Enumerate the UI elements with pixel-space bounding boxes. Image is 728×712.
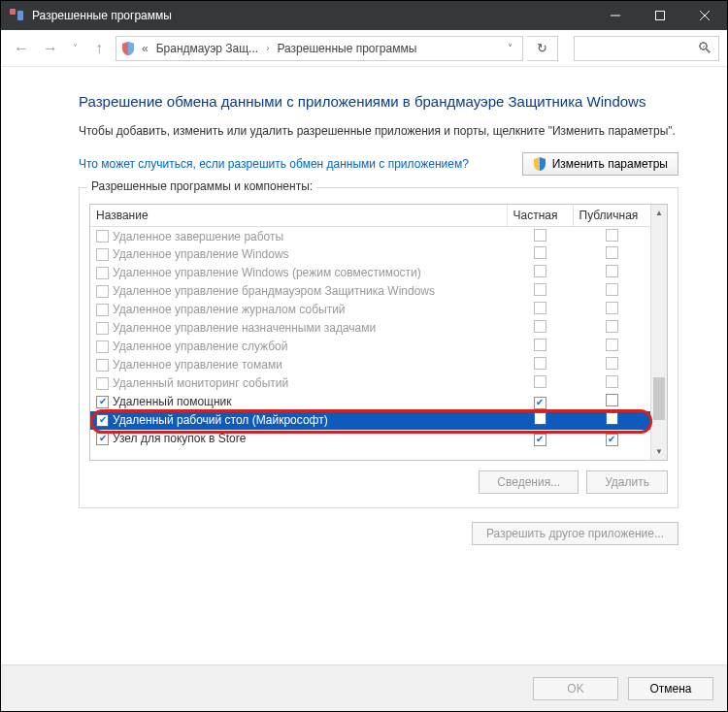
table-row[interactable]: Удаленное управление назначенными задача…: [90, 319, 650, 338]
public-checkbox[interactable]: [606, 265, 618, 277]
table-row[interactable]: Удаленное управление журналом событий: [90, 301, 650, 319]
enable-checkbox[interactable]: [96, 433, 109, 445]
chevron-right-icon: ›: [264, 43, 271, 53]
apps-table-container: Название Частная Публичная Удаленное зав…: [89, 204, 668, 461]
remove-button[interactable]: Удалить: [586, 470, 668, 494]
allow-another-app-button[interactable]: Разрешить другое приложение...: [472, 522, 678, 545]
close-button[interactable]: [682, 1, 727, 30]
table-row[interactable]: Удаленное завершение работы: [90, 227, 650, 245]
breadcrumb-prefix: «: [140, 42, 150, 55]
enable-checkbox[interactable]: [96, 230, 109, 243]
svg-rect-0: [10, 9, 16, 15]
search-icon: 🔍︎: [697, 40, 712, 57]
maximize-button[interactable]: [638, 1, 682, 30]
details-button[interactable]: Сведения...: [479, 470, 579, 494]
apps-table: Название Частная Публичная Удаленное зав…: [90, 205, 650, 448]
row-label: Удаленное управление службой: [113, 340, 287, 353]
public-checkbox[interactable]: [606, 320, 618, 333]
title-bar: Разрешенные программы: [1, 1, 727, 30]
svg-rect-1: [17, 11, 23, 20]
private-checkbox[interactable]: [534, 434, 546, 446]
table-row[interactable]: Удаленный рабочий стол (Майкрософт): [90, 411, 650, 430]
svg-rect-3: [656, 12, 665, 20]
row-label: Удаленный помощник: [113, 395, 232, 408]
address-bar[interactable]: « Брандмауэр Защ... › Разрешенные програ…: [116, 36, 523, 61]
table-row[interactable]: Узел для покупок в Store: [90, 430, 650, 448]
navigation-bar: ← → ˅ ↑ « Брандмауэр Защ... › Разрешенны…: [1, 30, 727, 67]
public-checkbox[interactable]: [606, 246, 618, 259]
col-public-header[interactable]: Публичная: [573, 205, 650, 227]
col-name-header[interactable]: Название: [90, 205, 507, 227]
public-checkbox[interactable]: [606, 302, 618, 314]
enable-checkbox[interactable]: [96, 396, 109, 408]
search-input[interactable]: 🔍︎: [574, 36, 719, 61]
back-button[interactable]: ←: [9, 36, 34, 61]
table-row[interactable]: Удаленное управление Windows (режим совм…: [90, 264, 650, 282]
instruction-text: Чтобы добавить, изменить или удалить раз…: [79, 123, 678, 139]
row-label: Удаленное управление журналом событий: [113, 303, 346, 316]
breadcrumb-root[interactable]: Брандмауэр Защ...: [154, 42, 260, 55]
private-checkbox[interactable]: [534, 320, 546, 333]
table-row[interactable]: Удаленный мониторинг событий: [90, 374, 650, 393]
enable-checkbox[interactable]: [96, 304, 109, 316]
public-checkbox[interactable]: [606, 357, 618, 370]
help-link[interactable]: Что может случиться, если разрешить обме…: [79, 157, 503, 171]
uac-shield-icon: [533, 157, 546, 171]
private-checkbox[interactable]: [534, 283, 546, 296]
enable-checkbox[interactable]: [96, 322, 109, 335]
row-label: Удаленный мониторинг событий: [113, 376, 288, 390]
private-checkbox[interactable]: [534, 412, 546, 425]
public-checkbox[interactable]: [606, 229, 618, 242]
minimize-button[interactable]: [593, 1, 638, 30]
group-legend: Разрешенные программы и компоненты:: [87, 179, 316, 193]
forward-button[interactable]: →: [38, 36, 63, 61]
scroll-down-button[interactable]: ▼: [651, 443, 667, 460]
private-checkbox[interactable]: [534, 397, 546, 409]
private-checkbox[interactable]: [534, 375, 546, 388]
enable-checkbox[interactable]: [96, 285, 109, 298]
private-checkbox[interactable]: [534, 265, 546, 277]
private-checkbox[interactable]: [534, 302, 546, 314]
enable-checkbox[interactable]: [96, 340, 109, 353]
row-label: Удаленное управление назначенными задача…: [113, 321, 376, 335]
public-checkbox[interactable]: [606, 283, 618, 296]
scroll-track[interactable]: [651, 221, 667, 443]
table-row[interactable]: Удаленное управление брандмауэром Защитн…: [90, 282, 650, 301]
private-checkbox[interactable]: [534, 229, 546, 242]
enable-checkbox[interactable]: [96, 267, 109, 279]
public-checkbox[interactable]: [606, 394, 618, 406]
enable-checkbox[interactable]: [96, 414, 109, 427]
private-checkbox[interactable]: [534, 357, 546, 370]
private-checkbox[interactable]: [534, 339, 546, 351]
row-label: Удаленное завершение работы: [113, 230, 283, 243]
content-area: Разрешение обмена данными с приложениями…: [1, 67, 727, 555]
col-private-header[interactable]: Частная: [507, 205, 573, 227]
row-label: Удаленное управление Windows: [113, 247, 289, 261]
public-checkbox[interactable]: [606, 339, 618, 351]
public-checkbox[interactable]: [606, 412, 618, 425]
shield-folder-icon: [120, 41, 136, 56]
scroll-up-button[interactable]: ▲: [651, 205, 667, 221]
vertical-scrollbar[interactable]: ▲ ▼: [650, 205, 667, 460]
refresh-button[interactable]: ↻: [527, 36, 558, 61]
address-dropdown-button[interactable]: ˅: [502, 43, 518, 53]
table-row[interactable]: Удаленное управление службой: [90, 338, 650, 356]
enable-checkbox[interactable]: [96, 377, 109, 390]
table-row[interactable]: Удаленное управление Windows: [90, 245, 650, 264]
scroll-thumb[interactable]: [653, 377, 665, 420]
up-button[interactable]: ↑: [86, 36, 112, 61]
row-label: Удаленный рабочий стол (Майкрософт): [113, 413, 328, 427]
recent-locations-button[interactable]: ˅: [67, 36, 83, 61]
public-checkbox[interactable]: [606, 375, 618, 388]
enable-checkbox[interactable]: [96, 359, 109, 372]
table-row[interactable]: Удаленное управление томами: [90, 356, 650, 374]
allowed-apps-group: Разрешенные программы и компоненты: Назв…: [79, 187, 678, 508]
breadcrumb-leaf[interactable]: Разрешенные программы: [275, 42, 418, 55]
change-settings-button[interactable]: Изменить параметры: [522, 152, 678, 176]
public-checkbox[interactable]: [606, 434, 618, 446]
enable-checkbox[interactable]: [96, 248, 109, 261]
cancel-button[interactable]: Отмена: [628, 677, 713, 700]
private-checkbox[interactable]: [534, 246, 546, 259]
table-row[interactable]: Удаленный помощник: [90, 393, 650, 411]
ok-button[interactable]: OK: [533, 677, 618, 700]
